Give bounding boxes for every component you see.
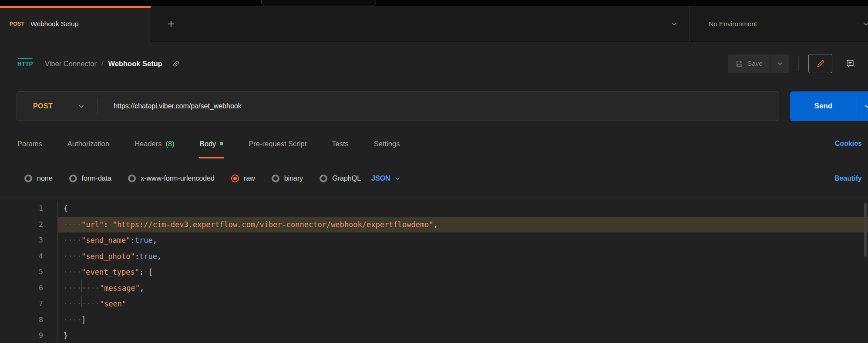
tab-body[interactable]: Body <box>200 127 224 160</box>
tab-params[interactable]: Params <box>17 127 42 160</box>
breadcrumb-separator: / <box>101 60 104 68</box>
line-number: 5 <box>0 264 58 280</box>
tab-label: Authorization <box>67 140 109 148</box>
request-tabs-row: ParamsAuthorizationHeaders(8)BodyPre-req… <box>0 127 868 160</box>
line-number: 6 <box>0 280 58 296</box>
tab-list-chevron-down-icon[interactable] <box>665 6 683 42</box>
body-mode-form-data[interactable]: form-data <box>69 175 111 182</box>
comments-button[interactable] <box>838 54 862 73</box>
breadcrumb-request-name: Webhook Setup <box>108 60 162 68</box>
request-tab-webhook-setup[interactable]: POST Webhook Setup <box>0 6 151 42</box>
request-url-row: POST https://chatapi.viber.com/pa/set_we… <box>0 85 868 127</box>
tab-pre-request-script[interactable]: Pre-request Script <box>249 127 306 160</box>
beautify-link[interactable]: Beautify <box>834 175 862 182</box>
environment-chevron-down-icon[interactable] <box>858 6 868 42</box>
code-text: ····"send_name":true, <box>58 232 868 249</box>
send-options-chevron-down-icon[interactable] <box>857 103 868 110</box>
breadcrumb-toolbar-row: HTTP Viber Connector / Webhook Setup Sav… <box>0 42 868 85</box>
toolbar-actions: Save <box>728 54 862 73</box>
tab-headers[interactable]: Headers(8) <box>135 127 175 160</box>
code-text: ····] <box>58 312 868 328</box>
chevron-down-icon <box>394 175 400 182</box>
save-options-chevron-down-icon[interactable] <box>771 54 789 73</box>
comment-icon <box>846 59 855 68</box>
code-line[interactable]: 2····"url":·"https://cim-dev3.expertflow… <box>0 217 868 233</box>
body-mode-graphql[interactable]: GraphQL <box>320 175 361 182</box>
chevron-down-icon <box>862 20 868 27</box>
body-mode-raw[interactable]: raw <box>231 175 255 182</box>
code-line[interactable]: 8····] <box>0 312 868 328</box>
language-selector[interactable]: JSON <box>371 175 400 182</box>
tab-tests[interactable]: Tests <box>332 127 349 160</box>
postman-app-window: POST Webhook Setup + No Environment HTTP… <box>0 0 868 343</box>
code-line[interactable]: 6········"message", <box>0 280 868 296</box>
line-number: 2 <box>0 217 58 233</box>
code-text: { <box>58 201 868 217</box>
code-text: ········"seen" <box>58 296 868 312</box>
line-number: 8 <box>0 312 58 328</box>
method-chevron-down-icon[interactable] <box>78 103 84 110</box>
body-mode-binary[interactable]: binary <box>272 175 303 182</box>
radio-icon <box>231 175 239 182</box>
chevron-down-icon <box>777 61 783 67</box>
headers-count-badge: (8) <box>166 140 175 148</box>
code-text: } <box>58 328 868 343</box>
code-text: ····"event_types":·[ <box>58 264 868 280</box>
body-mode-none[interactable]: none <box>24 175 53 182</box>
url-bar: POST https://chatapi.viber.com/pa/set_we… <box>17 91 779 121</box>
chevron-down-icon <box>671 20 678 27</box>
code-line[interactable]: 4····"send_photo":true, <box>0 249 868 265</box>
raw-body-editor[interactable]: 1{2····"url":·"https://cim-dev3.expertfl… <box>0 198 868 343</box>
line-number: 9 <box>0 328 58 343</box>
tab-authorization[interactable]: Authorization <box>67 127 109 160</box>
cookies-link[interactable]: Cookies <box>835 140 862 148</box>
send-button[interactable]: Send <box>790 102 857 111</box>
add-tab-button[interactable]: + <box>162 6 180 42</box>
mode-label: x-www-form-urlencoded <box>141 175 215 182</box>
body-mode-options: noneform-datax-www-form-urlencodedrawbin… <box>24 175 361 182</box>
copy-link-icon[interactable] <box>172 60 180 68</box>
code-line[interactable]: 3····"send_name":true, <box>0 232 868 249</box>
line-number: 3 <box>0 232 58 249</box>
code-line[interactable]: 5····"event_types":·[ <box>0 264 868 280</box>
breadcrumb-collection[interactable]: Viber Connector <box>45 60 97 68</box>
code-text: ····"send_photo":true, <box>58 249 868 265</box>
code-line[interactable]: 1{ <box>0 201 868 217</box>
chevron-down-icon <box>864 103 868 110</box>
send-button-group: Send <box>790 91 868 121</box>
http-badge-icon: HTTP <box>17 61 33 67</box>
tab-bar: POST Webhook Setup + No Environment <box>0 6 868 42</box>
environment-selector[interactable]: No Environment <box>709 6 757 42</box>
toolbar-divider <box>798 56 799 71</box>
line-number: 4 <box>0 249 58 265</box>
save-button[interactable]: Save <box>728 54 770 73</box>
request-tabs: ParamsAuthorizationHeaders(8)BodyPre-req… <box>17 127 400 160</box>
chevron-down-icon <box>78 103 84 110</box>
code-text: ····"url":·"https://cim-dev3.expertflow.… <box>58 217 868 233</box>
tab-settings[interactable]: Settings <box>374 127 400 160</box>
mode-label: raw <box>244 175 255 182</box>
edit-documentation-button[interactable] <box>808 54 832 73</box>
editor-scrollbar[interactable] <box>864 203 867 257</box>
code-text: ········"message", <box>58 280 868 296</box>
radio-icon <box>272 175 279 182</box>
body-set-dot <box>220 142 223 145</box>
radio-icon <box>320 175 327 182</box>
environment-label: No Environment <box>709 20 757 28</box>
code-line[interactable]: 7········"seen" <box>0 296 868 312</box>
line-number: 1 <box>0 201 58 217</box>
method-selector[interactable]: POST <box>33 102 53 110</box>
radio-icon <box>24 175 32 182</box>
tab-label: Params <box>17 140 42 148</box>
app-header-strip <box>0 0 868 6</box>
body-mode-row: noneform-datax-www-form-urlencodedrawbin… <box>0 160 868 197</box>
url-divider <box>98 98 98 114</box>
code-line[interactable]: 9} <box>0 328 868 343</box>
tabbar-divider <box>689 6 690 42</box>
mode-label: binary <box>284 175 303 182</box>
tab-label: Headers <box>135 140 161 148</box>
link-icon <box>172 60 180 68</box>
search-bar-partial[interactable] <box>261 0 376 6</box>
url-input[interactable]: https://chatapi.viber.com/pa/set_webhook <box>114 102 242 110</box>
body-mode-x-www-form-urlencoded[interactable]: x-www-form-urlencoded <box>128 175 215 182</box>
